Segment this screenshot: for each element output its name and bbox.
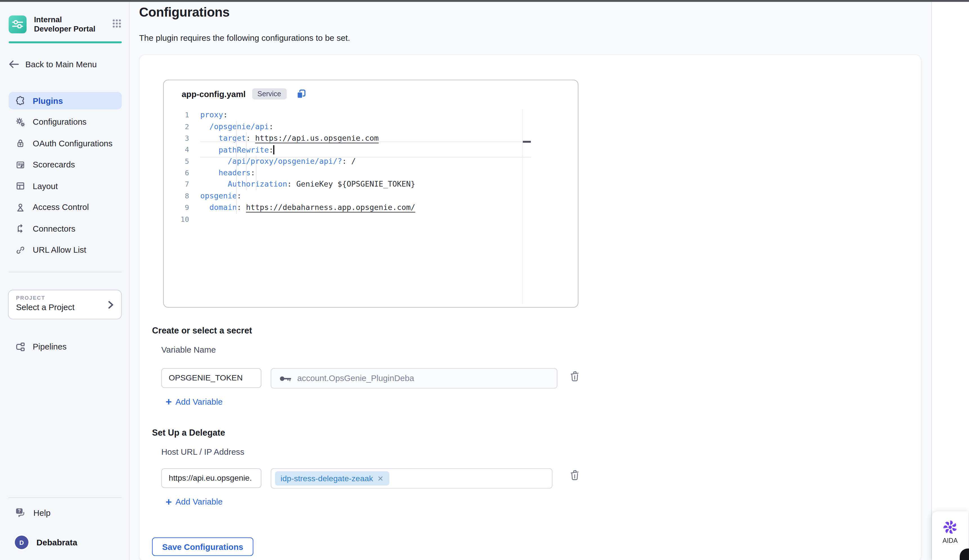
user-avatar: D: [15, 535, 28, 549]
indent-guide: [256, 156, 256, 190]
project-selector[interactable]: PROJECT Select a Project: [8, 290, 122, 319]
plus-icon: +: [165, 497, 172, 506]
add-variable-label: Add Variable: [175, 397, 223, 406]
help-label: Help: [33, 508, 51, 517]
indent-guide: [246, 132, 246, 190]
svg-text:?: ?: [18, 508, 20, 513]
code-lines[interactable]: 1proxy:2 /opsgenie/api:3 target: https:/…: [164, 110, 578, 225]
host-url-label: Host URL / IP Address: [162, 447, 244, 457]
add-variable-secret[interactable]: + Add Variable: [165, 397, 222, 406]
sidebar-item-connectors[interactable]: Connectors: [9, 220, 122, 237]
yaml-editor[interactable]: app-config.yaml Service 1proxy:2 /opsgen…: [163, 80, 579, 307]
sidebar-item-label: Layout: [33, 181, 58, 191]
help-chat-icon: ?: [15, 507, 26, 518]
variable-name-label: Variable Name: [162, 345, 216, 355]
sidebar-nav: PluginsConfigurationsOAuth Configuration…: [9, 92, 122, 263]
copy-icon[interactable]: [296, 89, 306, 99]
line-number: 3: [164, 134, 189, 143]
line-number: 2: [164, 122, 189, 131]
delegate-section-heading: Set Up a Delegate: [152, 427, 225, 437]
user-menu[interactable]: D Debabrata: [15, 535, 77, 550]
sidebar-divider-bottom: [9, 497, 122, 498]
line-content: opsgenie:: [200, 192, 241, 200]
sidebar-item-oauth-configurations[interactable]: OAuth Configurations: [9, 135, 122, 152]
secret-value: account.OpsGenie_PluginDeba: [297, 374, 414, 383]
app-root: Internal Developer Portal Back to Main M…: [0, 0, 969, 560]
remove-chip-icon[interactable]: ✕: [377, 474, 383, 483]
line-content: headers:: [200, 169, 255, 177]
line-content: target: https://api.us.opsgenie.com: [200, 134, 379, 143]
save-configurations-button[interactable]: Save Configurations: [152, 537, 253, 556]
sidebar: Internal Developer Portal Back to Main M…: [0, 2, 130, 560]
sidebar-item-label: OAuth Configurations: [33, 139, 112, 148]
line-content: /api/proxy/opsgenie/api/?: /: [200, 157, 356, 166]
app-grid-icon[interactable]: [113, 19, 122, 30]
back-arrow-icon: [9, 60, 19, 69]
variable-name-input[interactable]: OPSGENIE_TOKEN: [162, 368, 261, 388]
sidebar-item-plugins[interactable]: Plugins: [9, 92, 122, 109]
editor-line[interactable]: 10: [164, 213, 578, 225]
editor-line[interactable]: 3 target: https://api.us.opsgenie.com: [164, 133, 578, 144]
delegate-tags-field[interactable]: idp-stress-delegate-zeaak ✕: [271, 468, 552, 489]
sidebar-item-label: Configurations: [33, 117, 87, 126]
key-icon: [279, 375, 291, 382]
delegate-chip-label: idp-stress-delegate-zeaak: [281, 474, 373, 483]
overview-ruler: [522, 110, 523, 304]
editor-line[interactable]: 4 pathRewrite:: [164, 144, 578, 156]
line-number: 7: [164, 180, 189, 189]
line-content: Authorization: GenieKey ${OPSGENIE_TOKEN…: [200, 180, 415, 189]
overview-cursor-marker: [523, 141, 531, 143]
sidebar-item-scorecards[interactable]: Scorecards: [9, 156, 122, 173]
line-number: 10: [164, 215, 189, 223]
line-content: domain: https://debaharness.app.opsgenie…: [200, 203, 415, 212]
delegate-chip[interactable]: idp-stress-delegate-zeaak ✕: [275, 471, 389, 485]
sidebar-item-configurations[interactable]: Configurations: [9, 113, 122, 131]
sidebar-item-label: Connectors: [33, 224, 75, 233]
line-number: 4: [164, 146, 189, 154]
line-content: /opsgenie/api:: [200, 122, 273, 131]
delete-delegate-row-icon[interactable]: [570, 469, 582, 482]
window-top-strip: [0, 0, 969, 2]
sidebar-item-help[interactable]: ? Help: [15, 507, 51, 519]
sidebar-item-label: URL Allow List: [33, 245, 86, 254]
sidebar-item-access-control[interactable]: Access Control: [9, 199, 122, 216]
secret-section-heading: Create or select a secret: [152, 326, 252, 336]
back-label: Back to Main Menu: [25, 60, 97, 69]
sidebar-item-layout[interactable]: Layout: [9, 177, 122, 194]
text-cursor: [273, 145, 274, 155]
editor-line[interactable]: 5 /api/proxy/opsgenie/api/?: /: [164, 156, 578, 167]
editor-line[interactable]: 1proxy:: [164, 110, 578, 121]
link-icon: [15, 244, 25, 255]
user-name: Debabrata: [37, 538, 77, 547]
add-variable-delegate[interactable]: + Add Variable: [165, 497, 222, 507]
person-icon: [15, 202, 25, 213]
brand-underline: [9, 42, 122, 43]
secret-reference-field[interactable]: account.OpsGenie_PluginDeba: [271, 368, 558, 388]
project-eyebrow: PROJECT: [16, 295, 114, 301]
idp-logo-icon: [9, 15, 27, 33]
pipelines-label: Pipelines: [33, 342, 67, 351]
line-content: proxy:: [200, 111, 228, 120]
editor-line[interactable]: 7 Authorization: GenieKey ${OPSGENIE_TOK…: [164, 179, 578, 190]
back-to-main-menu[interactable]: Back to Main Menu: [9, 56, 122, 72]
editor-line[interactable]: 8opsgenie:: [164, 190, 578, 202]
delete-secret-row-icon[interactable]: [570, 371, 582, 383]
sidebar-item-pipelines[interactable]: Pipelines: [15, 340, 67, 353]
host-url-input[interactable]: https://api.eu.opsgenie.: [162, 468, 261, 488]
main-content: Configurations The plugin requires the f…: [130, 2, 969, 560]
line-number: 1: [164, 111, 189, 120]
sidebar-item-label: Scorecards: [33, 160, 75, 169]
sidebar-item-url-allow-list[interactable]: URL Allow List: [9, 241, 122, 258]
aida-label: AIDA: [942, 537, 958, 544]
pipelines-icon: [15, 341, 25, 352]
editor-header: app-config.yaml Service: [181, 88, 306, 100]
gears-icon: [15, 117, 25, 127]
brand: Internal Developer Portal: [9, 15, 122, 33]
sidebar-item-label: Access Control: [33, 203, 89, 212]
aida-flower-icon: [942, 520, 958, 535]
editor-line[interactable]: 9 domain: https://debaharness.app.opsgen…: [164, 202, 578, 213]
editor-line[interactable]: 2 /opsgenie/api:: [164, 121, 578, 133]
scroll-gutter[interactable]: [931, 2, 969, 560]
sidebar-divider-top: [9, 272, 122, 273]
editor-line[interactable]: 6 headers:: [164, 167, 578, 179]
